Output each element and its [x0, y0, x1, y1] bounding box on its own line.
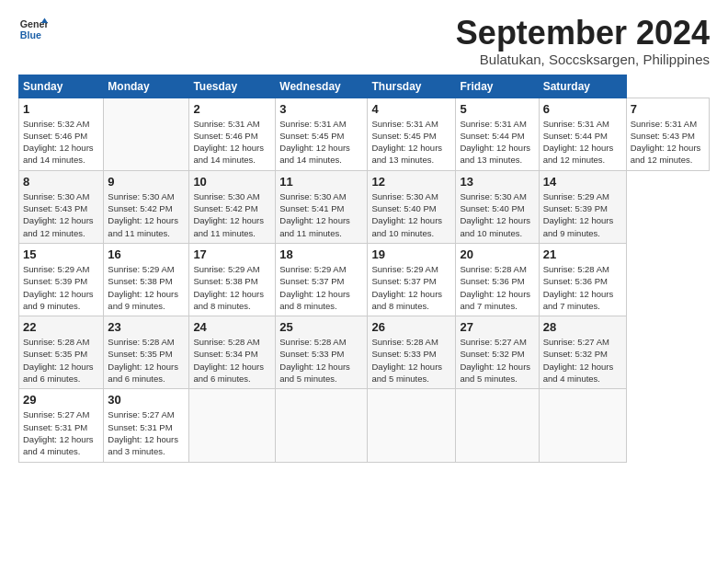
day-info: Sunrise: 5:29 AMSunset: 5:38 PMDaylight:… — [108, 263, 185, 312]
day-info: Sunrise: 5:29 AMSunset: 5:37 PMDaylight:… — [371, 263, 451, 312]
day-cell: 24Sunrise: 5:28 AMSunset: 5:34 PMDayligh… — [189, 316, 276, 389]
day-cell: 4Sunrise: 5:31 AMSunset: 5:45 PMDaylight… — [368, 98, 456, 170]
day-info: Sunrise: 5:27 AMSunset: 5:31 PMDaylight:… — [108, 408, 185, 457]
day-cell: 29Sunrise: 5:27 AMSunset: 5:31 PMDayligh… — [19, 389, 104, 462]
day-info: Sunrise: 5:31 AMSunset: 5:45 PMDaylight:… — [279, 118, 363, 167]
day-cell: 15Sunrise: 5:29 AMSunset: 5:39 PMDayligh… — [19, 243, 104, 316]
location-title: Bulatukan, Soccsksargen, Philippines — [456, 52, 710, 67]
day-number: 18 — [279, 247, 363, 261]
day-cell — [276, 389, 368, 462]
day-cell: 6Sunrise: 5:31 AMSunset: 5:44 PMDaylight… — [539, 98, 626, 170]
header-wednesday: Wednesday — [276, 75, 368, 98]
day-cell: 11Sunrise: 5:30 AMSunset: 5:41 PMDayligh… — [276, 170, 368, 243]
day-cell: 8Sunrise: 5:30 AMSunset: 5:43 PMDaylight… — [19, 170, 104, 243]
day-info: Sunrise: 5:28 AMSunset: 5:33 PMDaylight:… — [371, 336, 451, 385]
day-info: Sunrise: 5:30 AMSunset: 5:42 PMDaylight:… — [108, 190, 185, 239]
header-thursday: Thursday — [368, 75, 456, 98]
day-info: Sunrise: 5:30 AMSunset: 5:42 PMDaylight:… — [193, 190, 271, 239]
logo-icon: General Blue — [18, 15, 48, 44]
day-number: 28 — [543, 320, 622, 334]
day-cell — [456, 389, 539, 462]
day-cell: 2Sunrise: 5:31 AMSunset: 5:46 PMDaylight… — [189, 98, 276, 170]
day-cell: 10Sunrise: 5:30 AMSunset: 5:42 PMDayligh… — [189, 170, 276, 243]
day-number: 12 — [371, 175, 451, 189]
logo: General Blue — [18, 15, 48, 44]
day-cell: 19Sunrise: 5:29 AMSunset: 5:37 PMDayligh… — [368, 243, 456, 316]
day-info: Sunrise: 5:31 AMSunset: 5:44 PMDaylight:… — [460, 118, 534, 167]
header-friday: Friday — [456, 75, 539, 98]
day-cell — [539, 389, 626, 462]
day-info: Sunrise: 5:30 AMSunset: 5:40 PMDaylight:… — [460, 190, 534, 239]
day-info: Sunrise: 5:27 AMSunset: 5:32 PMDaylight:… — [543, 336, 622, 385]
day-number: 23 — [108, 320, 185, 334]
day-number: 17 — [193, 247, 271, 261]
week-row-1: 1Sunrise: 5:32 AMSunset: 5:46 PMDaylight… — [19, 98, 710, 170]
week-row-4: 22Sunrise: 5:28 AMSunset: 5:35 PMDayligh… — [19, 316, 710, 389]
month-title: September 2024 — [456, 15, 710, 52]
day-info: Sunrise: 5:30 AMSunset: 5:41 PMDaylight:… — [279, 190, 363, 239]
header-sunday: Sunday — [19, 75, 104, 98]
day-number: 22 — [23, 320, 99, 334]
day-1: 1Sunrise: 5:32 AMSunset: 5:46 PMDaylight… — [19, 98, 104, 170]
day-number: 11 — [279, 175, 363, 189]
day-cell: 25Sunrise: 5:28 AMSunset: 5:33 PMDayligh… — [276, 316, 368, 389]
day-info: Sunrise: 5:32 AMSunset: 5:46 PMDaylight:… — [23, 118, 99, 167]
day-cell: 9Sunrise: 5:30 AMSunset: 5:42 PMDaylight… — [104, 170, 189, 243]
day-info: Sunrise: 5:31 AMSunset: 5:43 PMDaylight:… — [631, 118, 705, 167]
day-number: 14 — [543, 175, 622, 189]
day-info: Sunrise: 5:31 AMSunset: 5:46 PMDaylight:… — [193, 118, 271, 167]
day-cell: 26Sunrise: 5:28 AMSunset: 5:33 PMDayligh… — [368, 316, 456, 389]
svg-text:Blue: Blue — [20, 29, 41, 40]
day-cell: 12Sunrise: 5:30 AMSunset: 5:40 PMDayligh… — [368, 170, 456, 243]
day-number: 3 — [279, 102, 363, 116]
day-cell: 28Sunrise: 5:27 AMSunset: 5:32 PMDayligh… — [539, 316, 626, 389]
day-number: 7 — [631, 102, 705, 116]
day-number: 1 — [23, 102, 99, 116]
day-number: 30 — [108, 393, 185, 407]
day-cell: 3Sunrise: 5:31 AMSunset: 5:45 PMDaylight… — [276, 98, 368, 170]
day-number: 6 — [543, 102, 622, 116]
day-cell: 30Sunrise: 5:27 AMSunset: 5:31 PMDayligh… — [104, 389, 189, 462]
day-info: Sunrise: 5:28 AMSunset: 5:34 PMDaylight:… — [193, 336, 271, 385]
day-number: 13 — [460, 175, 534, 189]
day-number: 20 — [460, 247, 534, 261]
day-info: Sunrise: 5:27 AMSunset: 5:31 PMDaylight:… — [23, 408, 99, 457]
day-cell: 14Sunrise: 5:29 AMSunset: 5:39 PMDayligh… — [539, 170, 626, 243]
day-number: 25 — [279, 320, 363, 334]
day-info: Sunrise: 5:29 AMSunset: 5:39 PMDaylight:… — [23, 263, 99, 312]
day-cell: 16Sunrise: 5:29 AMSunset: 5:38 PMDayligh… — [104, 243, 189, 316]
day-number: 29 — [23, 393, 99, 407]
title-area: September 2024 Bulatukan, Soccsksargen, … — [456, 15, 710, 67]
day-cell: 5Sunrise: 5:31 AMSunset: 5:44 PMDaylight… — [456, 98, 539, 170]
day-cell: 23Sunrise: 5:28 AMSunset: 5:35 PMDayligh… — [104, 316, 189, 389]
day-info: Sunrise: 5:30 AMSunset: 5:40 PMDaylight:… — [371, 190, 451, 239]
day-number: 8 — [23, 175, 99, 189]
day-number: 24 — [193, 320, 271, 334]
day-number: 9 — [108, 175, 185, 189]
header-monday: Monday — [104, 75, 189, 98]
day-number: 4 — [371, 102, 451, 116]
day-number: 19 — [371, 247, 451, 261]
day-number: 27 — [460, 320, 534, 334]
day-cell: 20Sunrise: 5:28 AMSunset: 5:36 PMDayligh… — [456, 243, 539, 316]
day-number: 10 — [193, 175, 271, 189]
day-info: Sunrise: 5:28 AMSunset: 5:36 PMDaylight:… — [460, 263, 534, 312]
day-cell: 18Sunrise: 5:29 AMSunset: 5:37 PMDayligh… — [276, 243, 368, 316]
header-saturday: Saturday — [539, 75, 626, 98]
day-cell: 17Sunrise: 5:29 AMSunset: 5:38 PMDayligh… — [189, 243, 276, 316]
day-info: Sunrise: 5:28 AMSunset: 5:36 PMDaylight:… — [543, 263, 622, 312]
day-info: Sunrise: 5:29 AMSunset: 5:39 PMDaylight:… — [543, 190, 622, 239]
week-row-2: 8Sunrise: 5:30 AMSunset: 5:43 PMDaylight… — [19, 170, 710, 243]
day-info: Sunrise: 5:28 AMSunset: 5:35 PMDaylight:… — [23, 336, 99, 385]
day-number: 15 — [23, 247, 99, 261]
day-info: Sunrise: 5:31 AMSunset: 5:44 PMDaylight:… — [543, 118, 622, 167]
day-cell: 13Sunrise: 5:30 AMSunset: 5:40 PMDayligh… — [456, 170, 539, 243]
day-number: 5 — [460, 102, 534, 116]
day-cell: 7Sunrise: 5:31 AMSunset: 5:43 PMDaylight… — [626, 98, 709, 170]
day-info: Sunrise: 5:27 AMSunset: 5:32 PMDaylight:… — [460, 336, 534, 385]
day-number: 21 — [543, 247, 622, 261]
day-info: Sunrise: 5:29 AMSunset: 5:38 PMDaylight:… — [193, 263, 271, 312]
day-number: 26 — [371, 320, 451, 334]
day-info: Sunrise: 5:29 AMSunset: 5:37 PMDaylight:… — [279, 263, 363, 312]
week-row-5: 29Sunrise: 5:27 AMSunset: 5:31 PMDayligh… — [19, 389, 710, 462]
